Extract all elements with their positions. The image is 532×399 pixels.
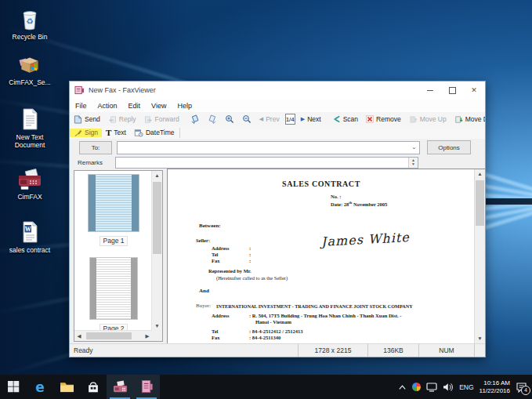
thumbnail-list: Page 1 Page 2 xyxy=(75,171,152,331)
word-document-icon: W xyxy=(18,219,42,245)
desktop-icon-label: Recycle Bin xyxy=(3,33,56,41)
taskbar-edge-button[interactable]: e xyxy=(27,375,53,399)
title-bar[interactable]: New Fax - FaxViewer ✕ xyxy=(70,82,485,99)
scroll-down-icon[interactable]: ▼ xyxy=(475,334,485,343)
desktop-icon-label: CimFAX xyxy=(3,193,56,201)
scan-button[interactable]: Scan xyxy=(328,115,362,123)
menu-action[interactable]: Action xyxy=(92,102,123,110)
status-dimensions: 1728 x 2215 xyxy=(298,344,367,357)
maximize-icon xyxy=(449,87,456,94)
window-title: New Fax - FaxViewer xyxy=(89,86,156,94)
menu-file[interactable]: File xyxy=(70,102,92,110)
menu-view[interactable]: View xyxy=(146,102,172,110)
desktop-icon-recycle-bin[interactable]: ♻ Recycle Bin xyxy=(3,6,56,41)
handwritten-signature: James White xyxy=(321,230,410,249)
doc-seller-tel-label: Tel xyxy=(212,252,218,257)
thumbnail-horizontal-scrollbar[interactable]: ◀ ▶ xyxy=(74,330,152,341)
zoom-in-button[interactable] xyxy=(221,114,238,124)
rotate-right-icon xyxy=(208,114,217,124)
color-app-tray-icon[interactable] xyxy=(412,383,421,391)
recipient-input[interactable] xyxy=(118,143,409,152)
window-controls: ✕ xyxy=(419,82,485,99)
desktop-icon-cimfax-setup[interactable]: CimFAX_Se... xyxy=(3,52,56,86)
menu-edit[interactable]: Edit xyxy=(123,102,147,110)
menu-help[interactable]: Help xyxy=(172,102,197,110)
next-label: Next xyxy=(307,115,320,123)
forward-button[interactable]: Forward xyxy=(140,115,183,124)
close-button[interactable]: ✕ xyxy=(463,82,485,99)
page1-thumbnail[interactable] xyxy=(88,174,139,232)
zoom-out-button[interactable] xyxy=(238,114,255,124)
spinner-control[interactable]: ▲▼ xyxy=(408,158,418,168)
recipient-combobox[interactable]: ⌄ xyxy=(117,141,420,154)
taskbar: e xyxy=(0,375,532,399)
scroll-up-icon[interactable]: ▲ xyxy=(475,169,485,179)
to-button[interactable]: To: xyxy=(79,141,112,154)
minimize-button[interactable] xyxy=(419,82,441,99)
remove-icon xyxy=(366,115,374,123)
doc-date-line: Date: 28th November 2005 xyxy=(331,201,387,207)
scroll-down-icon[interactable]: ▼ xyxy=(152,321,162,331)
hidden-icons-chevron-icon[interactable] xyxy=(398,384,407,390)
desktop-icon-cimfax[interactable]: CimFAX xyxy=(3,166,56,201)
taskbar-explorer-button[interactable] xyxy=(53,375,80,399)
doc-and: And xyxy=(199,288,209,294)
fax-machine-icon xyxy=(16,166,43,191)
scroll-up-icon[interactable]: ▲ xyxy=(152,171,162,180)
move-down-button[interactable]: Move Do xyxy=(451,115,485,124)
remarks-input[interactable] xyxy=(116,158,408,168)
volume-icon[interactable] xyxy=(443,383,454,392)
resize-grip[interactable] xyxy=(474,344,485,357)
forward-icon xyxy=(144,115,153,124)
taskbar-store-button[interactable] xyxy=(80,375,107,399)
scrollbar-thumb[interactable] xyxy=(86,332,132,339)
scrollbar-thumb[interactable] xyxy=(476,180,484,226)
page2-thumbnail[interactable] xyxy=(89,257,138,320)
move-up-icon xyxy=(409,115,418,124)
rotate-left-button[interactable] xyxy=(186,114,204,124)
prev-page-button[interactable]: ◀ Prev xyxy=(255,115,284,123)
taskbar-cimfax-button[interactable] xyxy=(107,375,133,399)
text-tool-icon: T xyxy=(106,129,111,136)
action-center-button[interactable]: 4 xyxy=(516,382,527,393)
taskbar-clock[interactable]: 10:16 AM 11/22/2016 xyxy=(480,379,510,394)
reply-button[interactable]: Reply xyxy=(104,115,140,124)
document-page[interactable]: SALES CONTRACT No. : Date: 28th November… xyxy=(168,169,475,343)
send-button[interactable]: Send xyxy=(70,115,104,124)
remove-button[interactable]: Remove xyxy=(362,115,405,123)
language-indicator[interactable]: ENG xyxy=(459,383,473,391)
chevron-down-icon[interactable]: ⌄ xyxy=(409,144,419,151)
send-label: Send xyxy=(85,115,100,123)
rotate-right-button[interactable] xyxy=(204,114,221,124)
start-button[interactable] xyxy=(0,375,27,399)
move-up-button[interactable]: Move Up xyxy=(405,115,451,124)
datetime-button[interactable]: DateTime xyxy=(130,129,179,137)
zoom-in-icon xyxy=(225,114,234,124)
scrollbar-thumb[interactable] xyxy=(153,182,161,254)
text-button[interactable]: T Text xyxy=(102,129,130,136)
maximize-button[interactable] xyxy=(441,82,463,99)
document-vertical-scrollbar[interactable]: ▲ ▼ xyxy=(474,169,485,343)
document-title: SALES CONTRACT xyxy=(168,180,475,188)
taskbar-faxviewer-button[interactable] xyxy=(133,375,160,399)
menu-bar: File Action Edit View Help xyxy=(70,99,485,113)
doc-hereinafter: (Hereinafter called to as the Seller) xyxy=(216,275,288,281)
thumbnail-vertical-scrollbar[interactable]: ▲ ▼ xyxy=(151,171,162,331)
desktop-icon-sales-contract[interactable]: W sales contract xyxy=(3,219,56,254)
scroll-right-icon[interactable]: ▶ xyxy=(143,333,152,339)
system-tray: ENG 10:16 AM 11/22/2016 4 xyxy=(398,375,532,399)
desktop-icon-new-text-document[interactable]: New Text Document xyxy=(3,107,56,149)
doc-buyer-address-label: Address xyxy=(212,313,230,318)
network-icon[interactable] xyxy=(426,383,437,392)
options-button[interactable]: Options xyxy=(427,140,471,154)
rotate-left-icon xyxy=(190,114,200,124)
page-indicator[interactable]: 1/4 xyxy=(285,114,295,125)
move-down-icon xyxy=(454,115,463,124)
doc-buyer-address-value2: Hanoi - Vietnam xyxy=(255,319,291,325)
next-page-button[interactable]: ▶ Next xyxy=(297,115,325,123)
sign-button[interactable]: Sign xyxy=(70,129,102,137)
scroll-left-icon[interactable]: ◀ xyxy=(74,333,84,339)
next-arrow-icon: ▶ xyxy=(301,116,305,122)
prev-label: Prev xyxy=(266,115,279,123)
remarks-field[interactable]: ▲▼ xyxy=(115,157,418,169)
